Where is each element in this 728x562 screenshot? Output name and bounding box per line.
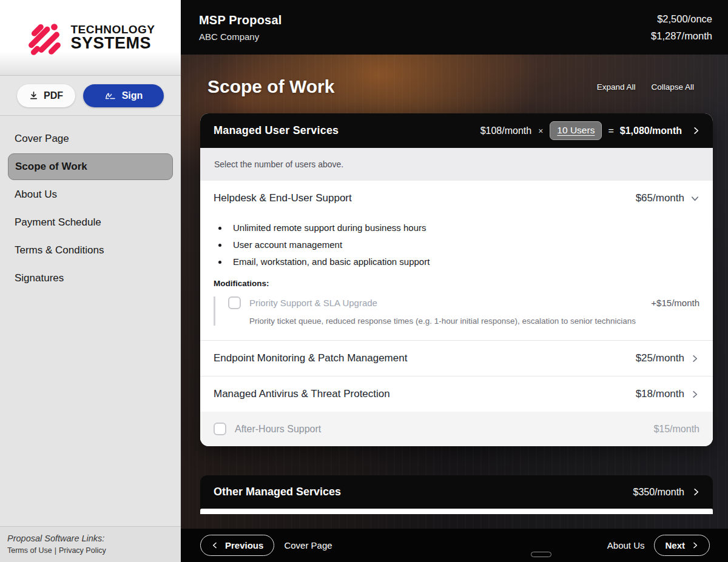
next-section-content-peek — [200, 509, 713, 514]
quantity-instruction: Select the number of users above. — [200, 148, 713, 181]
managed-user-services-card: Managed User Services $108/month × 10 Us… — [200, 113, 713, 446]
chevron-left-icon — [211, 541, 219, 549]
service-details-helpdesk: Unlimited remote support during business… — [200, 222, 713, 340]
price-once: $2,500/once — [651, 13, 712, 25]
main-area: MSP Proposal ABC Company $2,500/once $1,… — [181, 0, 728, 562]
section-total: $350/month — [633, 487, 684, 498]
download-icon — [29, 91, 38, 100]
terms-of-use-link[interactable]: Terms of Use — [7, 546, 52, 555]
service-price: $65/month — [636, 192, 699, 204]
next-button[interactable]: Next — [654, 535, 710, 556]
unit-price: $108/month — [480, 125, 532, 136]
service-price-value: $18/month — [636, 388, 684, 400]
sidebar-item-payment-schedule[interactable]: Payment Schedule — [8, 209, 173, 236]
service-price-value: $65/month — [636, 192, 684, 204]
sidebar-item-cover-page[interactable]: Cover Page — [8, 125, 173, 152]
pagination-footer: Previous Cover Page About Us Next — [181, 529, 728, 562]
proposal-client: ABC Company — [199, 32, 282, 42]
chevron-right-icon — [691, 541, 699, 549]
proposal-totals: $2,500/once $1,287/month — [651, 13, 712, 42]
sign-button-label: Sign — [122, 90, 143, 101]
expand-collapse-controls: Expand All Collapse All — [597, 82, 694, 92]
service-name: After-Hours Support — [235, 424, 653, 435]
page-navigation: Cover Page Scope of Work About Us Paymen… — [0, 116, 181, 526]
sidebar-item-scope-of-work[interactable]: Scope of Work — [8, 153, 173, 180]
page-header: Scope of Work Expand All Collapse All — [181, 55, 728, 97]
price-monthly: $1,287/month — [651, 30, 712, 42]
section-pricing: $350/month — [633, 487, 701, 498]
chevron-down-icon[interactable] — [690, 194, 699, 203]
sidebar: TECHNOLOGY SYSTEMS PDF Sign Cover Page — [0, 0, 181, 562]
service-price-value: $15/month — [653, 424, 699, 435]
modification-name: Priority Support & SLA Upgrade — [249, 298, 651, 308]
proposal-title: MSP Proposal — [199, 13, 282, 27]
service-row-helpdesk[interactable]: Helpdesk & End-User Support $65/month — [200, 181, 713, 216]
service-bullet: Email, workstation, and basic applicatio… — [228, 256, 699, 267]
modification-description: Priority ticket queue, reduced response … — [249, 316, 699, 326]
service-row-managed-antivirus[interactable]: Managed Antivirus & Threat Protection $1… — [200, 376, 713, 412]
section-pricing: $108/month × 10 Users = $1,080/month — [480, 121, 701, 140]
chevron-right-icon[interactable] — [692, 126, 701, 135]
drag-handle[interactable] — [531, 552, 551, 557]
privacy-policy-link[interactable]: Privacy Policy — [59, 546, 106, 555]
section-header-managed-user-services[interactable]: Managed User Services $108/month × 10 Us… — [200, 113, 713, 148]
section-title: Managed User Services — [214, 124, 339, 137]
modification-price: +$15/month — [651, 298, 699, 308]
modification-block: Priority Support & SLA Upgrade +$15/mont… — [214, 296, 699, 326]
sidebar-item-about-us[interactable]: About Us — [8, 181, 173, 208]
brand-logo: TECHNOLOGY SYSTEMS — [0, 0, 181, 76]
sidebar-footer: Proposal Software Links: Terms of Use|Pr… — [0, 526, 181, 562]
previous-button[interactable]: Previous — [200, 535, 274, 556]
page-content: Scope of Work Expand All Collapse All Ma… — [181, 55, 728, 562]
service-price: $18/month — [636, 388, 699, 400]
equals-sign: = — [608, 125, 613, 136]
next-page-name: About Us — [607, 540, 645, 550]
section-header-other-managed-services[interactable]: Other Managed Services $350/month — [200, 475, 713, 509]
modifications-label: Modifications: — [214, 279, 699, 288]
pdf-download-button[interactable]: PDF — [17, 84, 75, 107]
page-title: Scope of Work — [207, 76, 334, 97]
signature-icon — [104, 91, 116, 100]
service-price: $25/month — [636, 352, 699, 364]
previous-button-label: Previous — [225, 540, 263, 550]
section-total: $1,080/month — [620, 125, 682, 136]
service-row-endpoint-monitoring[interactable]: Endpoint Monitoring & Patch Management $… — [200, 341, 713, 376]
service-bullet: User account management — [228, 239, 699, 250]
service-name: Managed Antivirus & Threat Protection — [214, 388, 390, 400]
section-title: Other Managed Services — [214, 486, 341, 498]
after-hours-checkbox[interactable] — [214, 423, 226, 435]
document-actions: PDF Sign — [0, 76, 181, 116]
sidebar-item-terms-conditions[interactable]: Terms & Conditions — [8, 237, 173, 264]
collapse-all-link[interactable]: Collapse All — [651, 82, 694, 92]
other-managed-services-section: Other Managed Services $350/month — [200, 475, 713, 514]
multiply-sign: × — [538, 126, 543, 136]
service-bullet: Unlimited remote support during business… — [228, 222, 699, 233]
modification-row: Priority Support & SLA Upgrade +$15/mont… — [228, 296, 699, 309]
service-name: Endpoint Monitoring & Patch Management — [214, 352, 407, 364]
modification-checkbox[interactable] — [228, 296, 241, 309]
brand-name-line2: SYSTEMS — [70, 35, 155, 52]
service-bullet-list: Unlimited remote support during business… — [214, 222, 699, 267]
chevron-right-icon[interactable] — [692, 487, 701, 497]
software-links: Terms of Use|Privacy Policy — [7, 546, 174, 555]
service-price-value: $25/month — [636, 352, 684, 364]
brand-logo-icon — [25, 19, 63, 56]
proposal-topbar: MSP Proposal ABC Company $2,500/once $1,… — [181, 0, 728, 55]
sign-button[interactable]: Sign — [83, 84, 164, 107]
chevron-right-icon[interactable] — [690, 390, 699, 399]
service-row-after-hours: After-Hours Support $15/month — [200, 412, 713, 446]
brand-name: TECHNOLOGY SYSTEMS — [70, 24, 155, 52]
service-name: Helpdesk & End-User Support — [214, 192, 352, 204]
proposal-identity: MSP Proposal ABC Company — [199, 13, 282, 42]
chevron-right-icon[interactable] — [690, 354, 699, 363]
pdf-button-label: PDF — [44, 90, 63, 101]
previous-page-name: Cover Page — [284, 540, 332, 550]
sidebar-item-signatures[interactable]: Signatures — [8, 265, 173, 292]
expand-all-link[interactable]: Expand All — [597, 82, 636, 92]
links-separator: | — [55, 546, 56, 555]
next-button-label: Next — [665, 540, 685, 550]
user-quantity-selector[interactable]: 10 Users — [550, 121, 602, 140]
software-links-title: Proposal Software Links: — [7, 534, 174, 543]
